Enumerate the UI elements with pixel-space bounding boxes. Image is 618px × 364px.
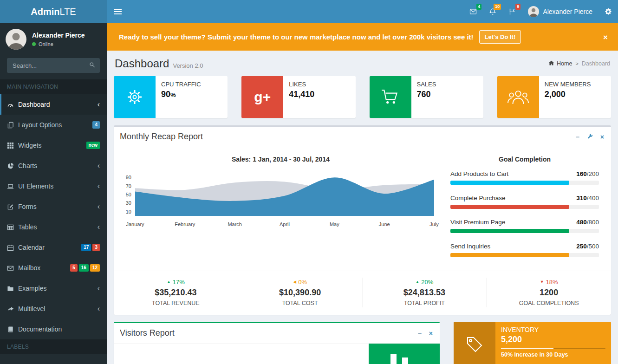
navbar-right: 4 10 9 Alexander Pierce	[463, 0, 618, 23]
messages-menu[interactable]: 4	[463, 0, 483, 23]
tag-icon	[454, 322, 495, 364]
remove-button[interactable]: ×	[428, 329, 434, 338]
goal-progress-group: Complete Purchase310/400	[450, 195, 599, 209]
stat-label: TOTAL PROFIT	[367, 300, 482, 306]
laptop-icon	[7, 183, 18, 190]
progress-fill	[450, 253, 569, 257]
user-menu[interactable]: Alexander Pierce	[522, 0, 598, 23]
caret-up-icon: ▲	[167, 280, 171, 284]
stat-label: TOTAL REVENUE	[118, 300, 233, 306]
sidebar-item-multilevel[interactable]: Multilevel ‹	[0, 299, 107, 319]
sidebar-item-mailbox[interactable]: Mailbox 51612	[0, 258, 107, 278]
chevron-left-icon: ‹	[98, 223, 100, 231]
sidebar-item-label: Examples	[18, 285, 98, 292]
flag-icon	[508, 8, 516, 15]
bottom-row: Visitors Report − ×	[114, 322, 611, 364]
collapse-button[interactable]: −	[575, 133, 580, 141]
sidebar-item-documentation[interactable]: Documentation	[0, 319, 107, 339]
settings-button[interactable]	[586, 132, 594, 141]
envelope-icon	[7, 265, 18, 272]
book-icon	[7, 326, 18, 333]
stat-total-revenue: ▲17% $35,210.43 TOTAL REVENUE	[114, 278, 238, 307]
goal-numbers: 160/200	[576, 170, 599, 177]
goal-label: Complete Purchase	[450, 195, 506, 202]
info-box-value: 90%	[161, 90, 201, 99]
sidebar-item-charts[interactable]: Charts ‹	[0, 156, 107, 176]
sidebar-item-forms[interactable]: Forms ‹	[0, 196, 107, 217]
stat-value: $35,210.43	[118, 288, 233, 298]
goal-numbers: 310/400	[576, 195, 599, 202]
goal-label: Send Inquiries	[450, 243, 490, 250]
sidebar-item-label: Forms	[18, 203, 98, 210]
sidebar-item-tables[interactable]: Tables ‹	[0, 217, 107, 237]
collapse-button[interactable]: −	[417, 329, 423, 338]
online-status-dot	[32, 42, 36, 46]
tasks-menu[interactable]: 9	[502, 0, 522, 23]
notifications-menu[interactable]: 10	[483, 0, 502, 23]
stat-value: $10,390.90	[243, 288, 358, 298]
user-status-label: Online	[39, 41, 53, 47]
sidebar-item-label: Charts	[18, 162, 98, 169]
box-title: Visitors Report	[120, 328, 175, 338]
control-sidebar-toggle[interactable]	[598, 0, 618, 23]
info-box-sales: SALES 760	[370, 76, 483, 118]
inventory-content: INVENTORY 5,200 50% Increase in 30 Days	[495, 322, 611, 364]
sidebar-section-labels: LABELS	[0, 339, 107, 354]
envelope-icon	[469, 8, 477, 15]
count-badge: 17	[81, 244, 91, 251]
info-box-label: SALES	[417, 81, 436, 88]
stat-total-cost: ◀0% $10,390.90 TOTAL COST	[238, 278, 363, 307]
chevron-left-icon: ‹	[98, 305, 100, 312]
visitors-report-box: Visitors Report − ×	[114, 322, 440, 364]
sidebar-item-calendar[interactable]: Calendar 173	[0, 237, 107, 258]
sidebar-item-examples[interactable]: Examples ‹	[0, 278, 107, 299]
inventory-info-box: INVENTORY 5,200 50% Increase in 30 Days	[454, 322, 611, 364]
user-status[interactable]: Online	[32, 41, 85, 47]
sidebar-item-label: UI Elements	[18, 182, 98, 190]
user-name: Alexander Pierce	[543, 8, 592, 15]
recap-stats-footer: ▲17% $35,210.43 TOTAL REVENUE ◀0% $10,39…	[114, 271, 611, 315]
sidebar-item-ui-elements[interactable]: UI Elements ‹	[0, 176, 107, 196]
caret-down-icon: ▼	[540, 280, 544, 284]
gears-icon	[605, 8, 612, 15]
box-tools: − ×	[417, 329, 434, 338]
svg-text:70: 70	[126, 183, 131, 189]
svg-text:June: June	[379, 221, 390, 227]
count-badge: 3	[92, 244, 100, 251]
sidebar-toggle-button[interactable]	[107, 0, 129, 23]
page-title: Dashboard	[115, 57, 169, 70]
logo-bold: Admin	[31, 6, 59, 17]
breadcrumb-home-link[interactable]: Home	[548, 60, 572, 67]
visitors-box-body	[114, 344, 440, 364]
sidebar-item-label: Documentation	[18, 325, 100, 333]
close-icon: ×	[600, 134, 604, 140]
sidebar-item-widgets[interactable]: Widgets new	[0, 135, 107, 156]
page-subtitle: Version 2.0	[173, 62, 203, 69]
logo-light: LTE	[60, 6, 76, 17]
svg-text:90: 90	[126, 175, 131, 180]
recap-box-body: Sales: 1 Jan, 2014 - 30 Jul, 2014 907050…	[114, 147, 611, 271]
messages-badge: 4	[476, 4, 481, 10]
lets-do-it-button[interactable]: Let's Do It!	[479, 30, 521, 44]
remove-button[interactable]: ×	[599, 133, 605, 141]
svg-text:February: February	[175, 221, 195, 227]
goal-progress-group: Send Inquiries250/500	[450, 243, 599, 257]
app-logo[interactable]: AdminLTE	[0, 0, 107, 23]
close-icon[interactable]: ×	[603, 33, 608, 41]
inventory-progress-fill	[501, 348, 553, 349]
minus-icon: −	[418, 330, 422, 337]
breadcrumb-home-label: Home	[557, 60, 572, 67]
breadcrumb: Home > Dashboard	[548, 60, 610, 67]
tasks-badge: 9	[515, 4, 520, 10]
search-button[interactable]	[84, 58, 100, 73]
stat-change: ▲20%	[367, 279, 482, 286]
sidebar-item-dashboard[interactable]: Dashboard ‹	[0, 94, 107, 115]
search-input[interactable]	[7, 58, 84, 73]
count-badge: 16	[79, 264, 89, 272]
share-icon	[7, 306, 18, 312]
content-header: Dashboard Version 2.0 Home > Dashboard	[114, 51, 611, 76]
sidebar-item-layout-options[interactable]: Layout Options 4	[0, 115, 107, 135]
chevron-left-icon: ‹	[98, 182, 100, 190]
count-badge: 12	[90, 264, 100, 272]
stat-value: $24,813.53	[367, 288, 482, 298]
